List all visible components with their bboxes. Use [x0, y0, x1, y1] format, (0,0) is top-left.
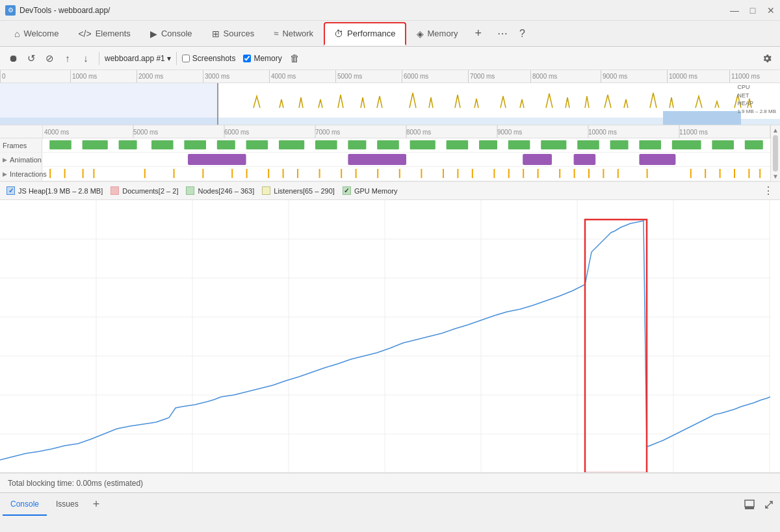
- svg-rect-26: [246, 140, 268, 149]
- reload-record-button[interactable]: ↺: [23, 51, 39, 66]
- svg-rect-37: [610, 140, 629, 149]
- tick-8000: 8000 ms: [530, 70, 557, 82]
- svg-rect-68: [493, 169, 495, 178]
- svg-rect-1: [663, 111, 741, 125]
- legend-js-heap[interactable]: ✓ JS Heap[1.9 MB – 2.8 MB]: [6, 186, 103, 195]
- overview-charts[interactable]: CPU NET HEAP 1.9 MB – 2.8 MB: [0, 83, 780, 125]
- tab-network[interactable]: ≈ Network: [265, 22, 322, 45]
- svg-rect-63: [399, 169, 400, 178]
- close-button[interactable]: ✕: [767, 6, 775, 14]
- more-tabs-button[interactable]: ⋯: [492, 25, 513, 42]
- svg-rect-66: [457, 169, 458, 178]
- net-label: NET: [737, 92, 776, 100]
- timeline-area: 4000 ms 5000 ms 6000 ms 7000 ms 8000 ms …: [0, 125, 780, 182]
- listeners-checkbox[interactable]: [262, 186, 270, 195]
- maximize-button[interactable]: □: [749, 6, 757, 14]
- recording-target-dropdown[interactable]: webboard.app #1 ▾: [105, 54, 171, 63]
- legend-nodes[interactable]: Nodes[246 – 363]: [186, 186, 254, 195]
- svg-rect-72: [559, 169, 560, 178]
- tab-bar: ⌂ Welcome </> Elements ▶ Console ⊞ Sourc…: [0, 21, 780, 47]
- tab-console[interactable]: ▶ Console: [141, 22, 202, 45]
- svg-rect-56: [268, 169, 269, 178]
- expand-icon[interactable]: [760, 496, 777, 513]
- tick-0: 0: [0, 70, 6, 82]
- svg-rect-24: [184, 140, 206, 149]
- add-bottom-tab-button[interactable]: +: [88, 495, 105, 514]
- record-button[interactable]: ⏺: [5, 51, 21, 66]
- bottom-tab-issues[interactable]: Issues: [48, 494, 86, 516]
- svg-rect-71: [538, 169, 539, 178]
- svg-rect-44: [523, 154, 552, 165]
- tab-performance[interactable]: ⏱ Performance: [324, 22, 406, 45]
- memory-label-toolbar: Memory: [254, 54, 281, 63]
- js-heap-checkbox[interactable]: ✓: [6, 186, 15, 195]
- gpu-memory-label: GPU Memory: [354, 187, 398, 195]
- dropdown-arrow-icon: ▾: [167, 54, 171, 63]
- legend-listeners[interactable]: Listeners[65 – 290]: [262, 186, 335, 195]
- scroll-down-icon[interactable]: ▼: [772, 173, 779, 180]
- screenshots-checkbox[interactable]: [182, 55, 190, 62]
- svg-text:6000 ms: 6000 ms: [224, 129, 249, 136]
- tick-2000: 2000 ms: [136, 70, 163, 82]
- minimize-button[interactable]: —: [731, 6, 738, 14]
- settings-button[interactable]: [759, 51, 775, 66]
- home-icon: ⌂: [14, 29, 20, 39]
- help-button[interactable]: ?: [514, 25, 530, 42]
- elements-icon: </>: [78, 29, 91, 39]
- svg-rect-34: [508, 140, 530, 149]
- animation-arrow-icon: ▶: [3, 157, 7, 163]
- timeline-scrollbar[interactable]: ▲ ▼: [770, 125, 780, 181]
- svg-rect-51: [144, 169, 146, 178]
- delete-recording-button[interactable]: 🗑: [287, 51, 303, 66]
- svg-rect-29: [348, 140, 366, 149]
- scroll-up-icon[interactable]: ▲: [772, 127, 779, 134]
- dock-icon[interactable]: [741, 496, 758, 513]
- clear-button[interactable]: ⊘: [42, 51, 57, 66]
- svg-rect-43: [348, 154, 406, 165]
- svg-text:8000 ms: 8000 ms: [406, 129, 431, 136]
- tab-elements[interactable]: </> Elements: [69, 22, 139, 45]
- svg-rect-48: [64, 169, 66, 178]
- toolbar-separator-2: [176, 52, 177, 65]
- interactions-label-text: Interactions: [10, 170, 47, 178]
- memory-chart-area: [0, 200, 780, 473]
- svg-rect-65: [443, 169, 444, 178]
- svg-text:7000 ms: 7000 ms: [315, 129, 340, 136]
- legend-gpu-memory[interactable]: ✓ GPU Memory: [343, 186, 398, 195]
- network-icon: ≈: [274, 29, 278, 38]
- svg-text:9000 ms: 9000 ms: [497, 129, 522, 136]
- legend-menu-button[interactable]: ⋮: [763, 184, 774, 197]
- upload-button[interactable]: ↑: [60, 51, 75, 66]
- cpu-label: CPU: [737, 83, 776, 92]
- selection-region: [0, 83, 218, 125]
- svg-rect-74: [588, 169, 590, 178]
- memory-checkbox[interactable]: [243, 55, 251, 62]
- bottom-tab-console[interactable]: Console: [3, 494, 47, 516]
- tab-sources[interactable]: ⊞ Sources: [203, 22, 264, 45]
- svg-rect-69: [508, 169, 510, 178]
- documents-checkbox[interactable]: [110, 186, 119, 195]
- sources-icon: ⊞: [212, 29, 220, 39]
- frames-label: Frames: [0, 138, 42, 152]
- tick-5000: 5000 ms: [335, 70, 362, 82]
- tab-welcome[interactable]: ⌂ Welcome: [5, 22, 68, 45]
- legend-documents[interactable]: Documents[2 – 2]: [110, 186, 178, 195]
- add-tab-button[interactable]: +: [468, 24, 488, 43]
- download-button[interactable]: ↓: [78, 51, 94, 66]
- svg-rect-23: [151, 140, 174, 149]
- bottom-tab-bar: Console Issues +: [0, 492, 780, 516]
- svg-text:10000 ms: 10000 ms: [588, 129, 617, 136]
- svg-rect-58: [297, 169, 298, 178]
- screenshots-checkbox-group: Screenshots: [182, 54, 236, 63]
- gpu-memory-checkbox[interactable]: ✓: [343, 186, 351, 195]
- svg-rect-60: [341, 169, 342, 178]
- svg-rect-25: [217, 140, 235, 149]
- tab-memory[interactable]: ◈ Memory: [408, 22, 467, 45]
- nodes-checkbox[interactable]: [186, 186, 194, 195]
- animation-label-text: Animation: [10, 156, 42, 164]
- memory-icon: ◈: [417, 29, 424, 39]
- tick-6000: 6000 ms: [402, 70, 428, 82]
- interactions-svg: [42, 167, 770, 181]
- svg-text:4000 ms: 4000 ms: [44, 129, 69, 136]
- tab-welcome-label: Welcome: [23, 29, 58, 38]
